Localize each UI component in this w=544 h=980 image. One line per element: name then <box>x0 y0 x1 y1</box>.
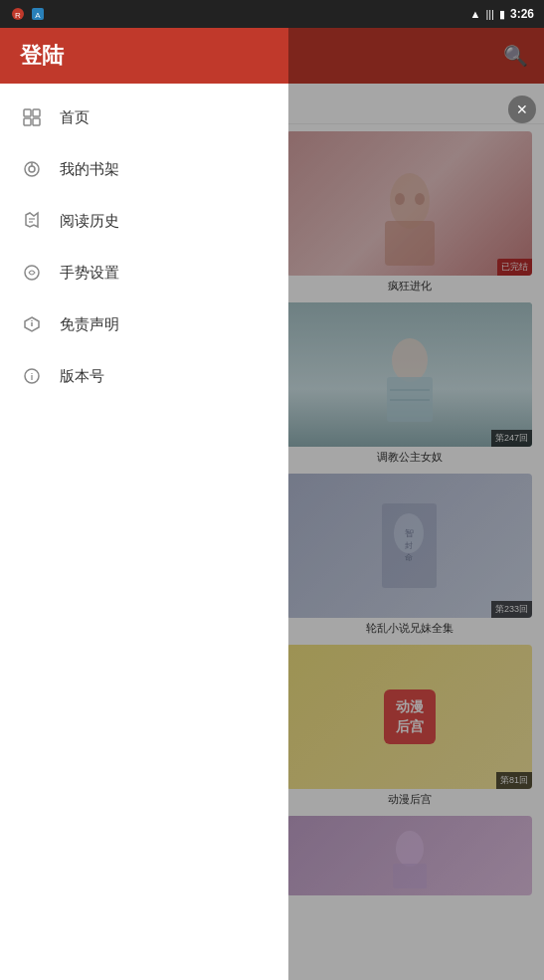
menu-history-label: 阅读历史 <box>60 212 119 231</box>
bookshelf-icon <box>20 157 44 181</box>
menu-disclaimer-label: 免责声明 <box>60 315 119 334</box>
drawer-title: 登陆 <box>20 41 64 71</box>
menu-home-label: 首页 <box>60 108 90 127</box>
home-icon <box>20 105 44 129</box>
menu-gestures-label: 手势设置 <box>60 264 119 283</box>
history-icon <box>20 209 44 233</box>
battery-icon: ▮ <box>499 8 505 21</box>
svg-text:i: i <box>31 372 34 382</box>
app-container: 🔍 玄幻魔法 武 <box>0 28 544 980</box>
svg-point-34 <box>29 166 35 172</box>
menu-item-home[interactable]: 首页 <box>0 92 288 143</box>
drawer-menu: 首页 我的书架 <box>0 84 288 980</box>
status-bar: R A ▲ ||| ▮ 3:26 <box>0 0 544 28</box>
menu-version-label: 版本号 <box>60 367 104 386</box>
gestures-icon <box>20 261 44 285</box>
svg-point-40 <box>31 320 33 322</box>
menu-item-disclaimer[interactable]: 免责声明 <box>0 298 288 350</box>
menu-item-history[interactable]: 阅读历史 <box>0 195 288 247</box>
svg-point-38 <box>25 266 39 280</box>
version-icon: i <box>20 364 44 388</box>
svg-rect-30 <box>33 109 40 116</box>
svg-text:A: A <box>35 11 41 20</box>
disclaimer-icon <box>20 312 44 336</box>
menu-item-gestures[interactable]: 手势设置 <box>0 247 288 298</box>
menu-item-version[interactable]: i 版本号 <box>0 350 288 402</box>
signal-icon: ||| <box>485 8 494 20</box>
menu-bookshelf-label: 我的书架 <box>60 160 119 179</box>
svg-text:R: R <box>15 11 21 20</box>
drawer-header: 登陆 <box>0 28 288 84</box>
svg-rect-32 <box>33 118 40 125</box>
svg-rect-31 <box>24 118 31 125</box>
menu-item-bookshelf[interactable]: 我的书架 <box>0 143 288 195</box>
app-icon-red: R <box>10 6 26 22</box>
drawer: 登陆 首页 <box>0 28 288 980</box>
close-drawer-button[interactable]: ✕ <box>508 96 536 123</box>
app-icon-blue: A <box>30 6 46 22</box>
svg-rect-29 <box>24 109 31 116</box>
wifi-icon: ▲ <box>470 8 481 20</box>
status-bar-left: R A <box>10 6 46 22</box>
status-bar-right: ▲ ||| ▮ 3:26 <box>470 7 535 21</box>
time-display: 3:26 <box>510 7 534 21</box>
